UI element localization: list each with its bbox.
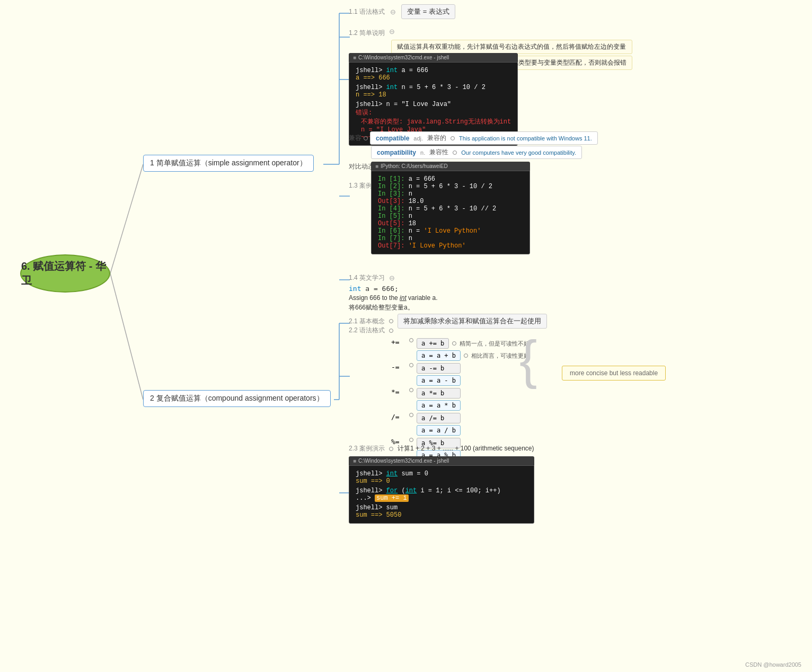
terminal1-titlebar: ■ C:\Windows\system32\cmd.exe - jshell bbox=[349, 53, 518, 62]
sub2-2-label: 2.2 语法格式 bbox=[349, 326, 385, 335]
branch2-title-box: 2 复合赋值运算（compound assignment operators） bbox=[143, 390, 331, 407]
curly-brace: { bbox=[519, 333, 537, 386]
branch2-label: 2 复合赋值运算（compound assignment operators） bbox=[143, 390, 331, 407]
python-terminal: ■ IPython: C:/Users/huaweiED In [1]: a =… bbox=[371, 162, 530, 254]
sub2-3-label: 2.3 案例演示 bbox=[349, 444, 385, 453]
op-div-concise: a /= b bbox=[417, 413, 461, 423]
sub1-2-line1: 赋值运算具有双重功能，先计算赋值号右边表达式的值，然后将值赋给左边的变量 bbox=[391, 40, 632, 54]
word-compatibility-box: compatibility n. 兼容性 Our computers have … bbox=[371, 146, 582, 159]
op-mul-expanded: a = a * b bbox=[417, 400, 461, 411]
more-concise-note: more concise but less readable bbox=[562, 366, 666, 381]
footer: CSDN @howard2005 bbox=[745, 661, 801, 668]
python-titlebar: ■ IPython: C:/Users/huaweiED bbox=[371, 162, 530, 171]
branch1-title-box: 1 简单赋值运算（simple assignment operator） bbox=[143, 155, 314, 172]
sub1-1-content: 变量 = 表达式 bbox=[401, 4, 455, 19]
terminal2-titlebar: ■ C:\Windows\system32\cmd.exe - jshell bbox=[349, 456, 534, 465]
terminal2-title: C:\Windows\system32\cmd.exe - jshell bbox=[358, 458, 449, 464]
op-plus-concise: a += b bbox=[417, 338, 449, 349]
python-body: In [1]: a = 666 In [2]: n = 5 + 6 * 3 - … bbox=[371, 171, 530, 254]
op-div-expanded: a = a / b bbox=[417, 425, 461, 436]
terminal2-body: jshell> int sum = 0 sum ==> 0 jshell> fo… bbox=[349, 465, 534, 524]
sub1-2-label: 1.2 简单说明 bbox=[349, 28, 385, 38]
sub1-4-chinese: 将666赋给整型变量a。 bbox=[349, 303, 437, 312]
terminal1-title: C:\Windows\system32\cmd.exe - jshell bbox=[358, 55, 449, 60]
word-compatible-box: compatible adj. 兼容的 This application is … bbox=[370, 131, 598, 145]
sub2-1-label: 2.1 基本概念 bbox=[349, 317, 385, 326]
arithmetic-note: 计算1 + 2 + 3 + ...... + 100 (arithmetic s… bbox=[398, 444, 534, 453]
sub1-4-code: int a = 666; bbox=[349, 285, 437, 293]
svg-line-0 bbox=[110, 164, 143, 273]
branch1-label: 1 简单赋值运算（simple assignment operator） bbox=[143, 155, 314, 172]
svg-line-1 bbox=[110, 273, 143, 400]
python-title: IPython: C:/Users/huaweiED bbox=[381, 163, 448, 169]
central-node: 6. 赋值运算符 - 华卫 bbox=[20, 254, 110, 293]
terminal2-container: ■ C:\Windows\system32\cmd.exe - jshell j… bbox=[349, 456, 534, 524]
sub1-4-english: Assign 666 to the int variable a. bbox=[349, 294, 437, 302]
sub2-3-section: 2.3 案例演示 计算1 + 2 + 3 + ...... + 100 (ari… bbox=[349, 444, 534, 524]
op-minus-concise: a -= b bbox=[417, 363, 461, 374]
sub1-4-label: 1.4 英文学习 bbox=[349, 273, 385, 282]
op-minus-expanded: a = a - b bbox=[417, 375, 461, 386]
sub1-1-label: 1.1 语法格式 bbox=[349, 7, 385, 16]
sub2-2-section: 2.2 语法格式 += a += b 精简一点，但是可读性不好 a = a + … bbox=[349, 326, 529, 463]
op-mul-concise: a *= b bbox=[417, 388, 461, 399]
sub1-1-row: 1.1 语法格式 ⊖ 变量 = 表达式 bbox=[349, 4, 455, 19]
sub1-4-section: 1.4 英文学习 ⊖ int a = 666; Assign 666 to th… bbox=[349, 273, 437, 312]
op-plus-expanded: a = a + b bbox=[417, 350, 461, 361]
